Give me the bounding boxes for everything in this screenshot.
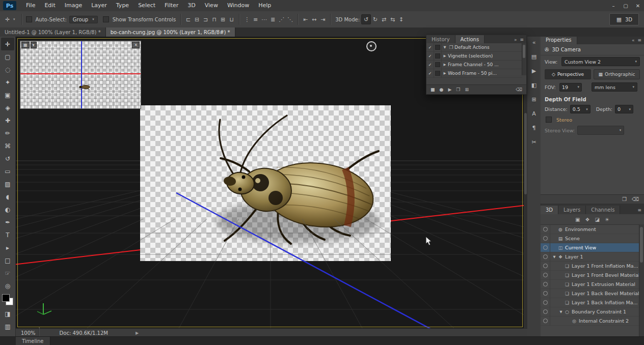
include-check-icon[interactable]: ✓ [426, 52, 434, 60]
record-icon[interactable]: ● [440, 87, 444, 92]
stepper-icon[interactable]: ▾ [577, 85, 579, 89]
quick-selection-tool[interactable]: ✦ [1, 76, 14, 89]
brush-tool[interactable]: ✏ [1, 127, 14, 139]
3d-slide-mode-icon[interactable]: ⇆ [388, 15, 397, 24]
scene-row-layer1[interactable]: ▼ ❖ Layer 1 [541, 252, 644, 262]
clone-stamp-tool[interactable]: ⌘ [1, 139, 14, 152]
perspective-button[interactable]: ◇ Perspective [545, 69, 591, 79]
visibility-toggle[interactable] [541, 280, 550, 289]
depth-field[interactable]: 0 ▾ [615, 105, 633, 113]
character-panel-icon[interactable]: A [528, 108, 540, 119]
fov-field[interactable]: 19 ▾ [559, 83, 582, 92]
move-tool-preset[interactable]: ✛ ▾ [0, 15, 18, 24]
menu-select[interactable]: Select [133, 0, 160, 11]
zoom-level[interactable]: 100% [21, 330, 36, 336]
panel-collapse-icon[interactable]: » [514, 37, 517, 42]
action-row-wood-frame[interactable]: ✓ ▶ Wood Frame - 50 pi... [426, 69, 522, 78]
timeline-tab[interactable]: Timeline [16, 337, 50, 345]
scene-row-current-view[interactable]: ◫ Current View [541, 243, 644, 252]
stepper-icon[interactable]: ▾ [629, 107, 631, 111]
swatches-panel-icon[interactable]: ⊞ [528, 94, 540, 105]
menu-window[interactable]: Window [223, 0, 254, 11]
tab-3d[interactable]: 3D [541, 206, 558, 214]
new-set-icon[interactable]: ❐ [456, 87, 460, 92]
include-check-icon[interactable]: ✓ [426, 69, 434, 77]
secondary-view-menu-icon[interactable]: ▾ [31, 42, 37, 48]
distribute-center-v-icon[interactable]: ≡ [251, 15, 260, 24]
crop-tool[interactable]: ▣ [1, 89, 14, 101]
distance-field[interactable]: 0.5 ▾ [570, 105, 591, 113]
dodge-tool[interactable]: ◐ [1, 203, 14, 216]
healing-brush-tool[interactable]: ✚ [1, 114, 14, 127]
tab-actions[interactable]: Actions [455, 35, 485, 44]
action-row-vignette[interactable]: ✓ ▶ Vignette (selection) [426, 52, 522, 61]
actions-scrollbar[interactable] [522, 43, 526, 75]
tab-history[interactable]: History [426, 35, 455, 44]
scene-row-extrusion[interactable]: ❏ Layer 1 Extrusion Material [541, 280, 644, 289]
hand-tool[interactable]: ☞ [1, 267, 14, 279]
stop-icon[interactable]: ■ [431, 87, 435, 92]
menu-view[interactable]: View [200, 0, 223, 11]
visibility-toggle[interactable] [541, 289, 550, 298]
action-row-frame-channel[interactable]: ✓ ▶ Frame Channel - 50 ... [426, 61, 522, 69]
align-top-icon[interactable]: ⊓ [210, 15, 219, 24]
expander-icon[interactable]: ▶ [442, 63, 448, 67]
scene-row-boundary-constraint[interactable]: ▼ ○ Boundary Constraint 1 [541, 307, 644, 317]
align-right-icon[interactable]: ⊐ [201, 15, 210, 24]
screen-mode-button[interactable]: ▥ [1, 320, 14, 333]
align-bottom-icon[interactable]: ⊔ [227, 15, 236, 24]
visibility-toggle[interactable] [541, 243, 550, 252]
document-tab-active[interactable]: bo-canh-cung.jpg @ 100% (Layer 1, RGB/8#… [106, 27, 235, 37]
shape-tool[interactable]: □ [1, 254, 14, 267]
pen-tool[interactable]: ✒ [1, 216, 14, 228]
view-select[interactable]: Custom View 2 ▾ [561, 57, 640, 66]
menu-edit[interactable]: Edit [40, 0, 60, 11]
expand-dock-icon[interactable]: « [528, 37, 540, 48]
scene-row-environment[interactable]: ◍ Environment [541, 225, 644, 234]
dialog-toggle[interactable] [434, 69, 442, 77]
workspace-switcher[interactable]: ▦ 3D [609, 13, 639, 25]
lens-select[interactable]: mm lens ▾ [592, 82, 637, 92]
expander-icon[interactable]: ▼ [552, 255, 557, 259]
quick-mask-button[interactable]: ◨ [1, 307, 14, 320]
visibility-toggle[interactable] [541, 271, 550, 279]
distribute-left-icon[interactable]: ≣ [269, 15, 277, 24]
paragraph-panel-icon[interactable]: ¶ [528, 122, 540, 133]
menu-3d[interactable]: 3D [183, 0, 200, 11]
3d-roll-mode-icon[interactable]: ↻ [371, 15, 380, 24]
minimize-button[interactable]: – [607, 3, 620, 9]
secondary-view-close-icon[interactable]: ✕ [132, 42, 140, 48]
align-center-h-icon[interactable]: ⊟ [193, 15, 201, 24]
scene-row-front-inflation[interactable]: ❏ Layer 1 Front Inflation Ma... [541, 262, 644, 271]
visibility-toggle[interactable] [541, 307, 550, 316]
distribute-center-h-icon[interactable]: ⋰ [277, 15, 286, 24]
distribute-top-icon[interactable]: ⋮ [243, 15, 251, 24]
3d-axis-gizmo[interactable] [34, 297, 55, 318]
menu-filter[interactable]: Filter [160, 0, 183, 11]
duplicate-icon[interactable]: ❐ [622, 196, 627, 202]
filter-scene-icon[interactable]: ▣ [575, 217, 580, 222]
tab-layers[interactable]: Layers [558, 206, 586, 214]
dialog-toggle[interactable] [434, 61, 442, 69]
scene-row-scene[interactable]: ▤ Scene [541, 234, 644, 243]
tab-properties[interactable]: Properties [541, 36, 577, 44]
3d-panel-scrollbar[interactable] [639, 224, 644, 336]
filter-meshes-icon[interactable]: ❖ [585, 217, 590, 222]
expander-icon[interactable]: ▼ [558, 310, 564, 314]
eraser-tool[interactable]: ▭ [1, 165, 14, 178]
lasso-tool[interactable]: ◌ [1, 63, 14, 76]
path-selection-tool[interactable]: ▸ [1, 241, 14, 254]
status-flyout-icon[interactable]: ▶ [136, 331, 139, 335]
3d-scale-mode-icon[interactable]: ↕ [397, 15, 406, 24]
visibility-toggle[interactable] [541, 298, 550, 307]
3d-drag-mode-icon[interactable]: ⇄ [380, 15, 388, 24]
panel-menu-icon[interactable]: ≡ [637, 38, 641, 43]
dialog-toggle[interactable] [434, 52, 442, 60]
scene-row-internal-constraint[interactable]: ◎ Internal Constraint 2 [541, 317, 644, 326]
beetle-image-layer[interactable] [140, 105, 391, 261]
type-tool[interactable]: T [1, 228, 14, 241]
panel-menu-icon[interactable]: ≡ [520, 37, 524, 42]
include-check-icon[interactable]: ✓ [426, 61, 434, 69]
distribute-spacing-v-icon[interactable]: ⇥ [318, 15, 327, 24]
close-button[interactable]: ✕ [632, 3, 644, 9]
